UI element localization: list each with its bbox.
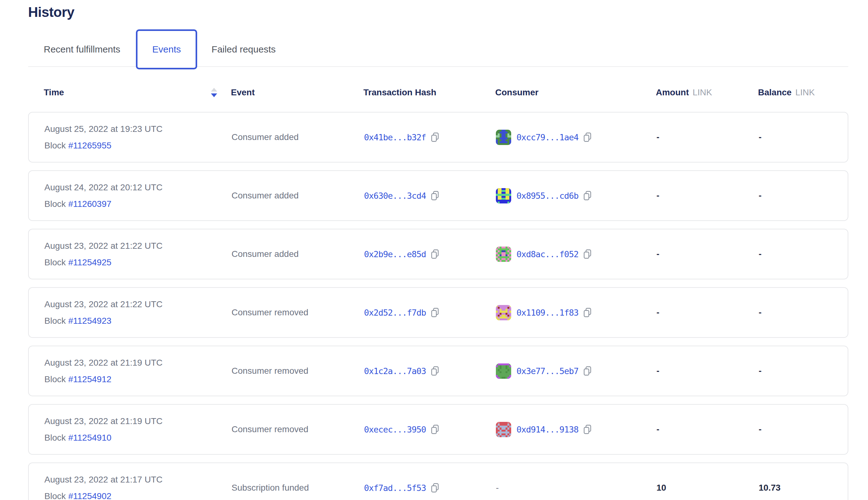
event-timestamp: August 23, 2022 at 21:19 UTC [44,416,231,427]
col-header-transaction-hash: Transaction Hash [363,88,495,98]
time-cell: August 23, 2022 at 21:17 UTC Block#11254… [44,463,231,500]
event-row: August 24, 2022 at 20:12 UTC Block#11260… [28,170,848,221]
balance-value: - [758,366,848,376]
consumer-identicon [496,188,511,203]
consumer-empty-value: - [496,483,499,493]
sort-desc-icon [211,93,217,97]
tx-hash-link[interactable]: 0x2d52...f7db [364,308,426,318]
copy-icon[interactable] [583,425,592,434]
block-link[interactable]: #11254912 [68,374,111,384]
copy-icon[interactable] [431,483,439,493]
block-link[interactable]: #11260397 [68,199,111,209]
copy-icon[interactable] [431,425,439,434]
amount-value: - [656,424,758,434]
event-row: August 23, 2022 at 21:19 UTC Block#11254… [28,404,848,455]
time-cell: August 23, 2022 at 21:22 UTC Block#11254… [44,288,231,326]
table-header-row: Time Event Transaction Hash Consumer Amo… [28,88,848,98]
tab-events[interactable]: Events [136,30,197,69]
tx-hash-cell: 0xf7ad...5f53 [364,483,496,493]
tx-hash-link[interactable]: 0x2b9e...e85d [364,249,426,259]
event-timestamp: August 23, 2022 at 21:19 UTC [44,357,231,368]
consumer-identicon [496,363,511,379]
amount-value: - [656,249,758,259]
sort-arrows-icon[interactable] [211,88,217,97]
consumer-address-link[interactable]: 0x8955...cd6b [516,191,578,201]
tx-hash-cell: 0x2b9e...e85d [364,249,496,259]
block-line: Block#11260397 [44,199,231,209]
tx-hash-link[interactable]: 0x1c2a...7a03 [364,366,426,376]
copy-icon[interactable] [583,249,592,259]
time-cell: August 24, 2022 at 20:12 UTC Block#11260… [44,171,231,209]
tab-recent-fulfillments[interactable]: Recent fulfillments [44,44,120,55]
copy-icon[interactable] [583,191,592,201]
block-label: Block [44,141,66,150]
balance-value: - [758,132,848,142]
amount-unit-label: LINK [693,88,712,98]
copy-icon[interactable] [431,366,439,376]
col-header-time: Time [44,88,231,98]
block-label: Block [44,491,66,500]
consumer-cell: - [496,483,656,493]
copy-icon[interactable] [431,308,439,318]
consumer-address-link[interactable]: 0x3e77...5eb7 [516,366,578,376]
block-line: Block#11254923 [44,316,231,326]
consumer-cell: 0xd8ac...f052 [496,247,656,262]
col-header-balance: Balance LINK [758,88,848,98]
event-timestamp: August 23, 2022 at 21:22 UTC [44,241,231,251]
consumer-address-link[interactable]: 0xd8ac...f052 [516,249,578,259]
event-rows: August 25, 2022 at 19:23 UTC Block#11265… [28,112,848,500]
amount-value: - [656,191,758,201]
block-label: Block [44,258,66,267]
event-timestamp: August 23, 2022 at 21:17 UTC [44,474,231,485]
consumer-address-link[interactable]: 0xd914...9138 [516,425,578,434]
balance-value: - [758,307,848,318]
balance-unit-label: LINK [795,88,814,98]
block-link[interactable]: #11254902 [68,491,111,500]
block-label: Block [44,199,66,209]
tab-failed-requests[interactable]: Failed requests [212,44,276,55]
tx-hash-link[interactable]: 0x630e...3cd4 [364,191,426,201]
event-type-cell: Consumer added [231,132,364,142]
consumer-address-link[interactable]: 0x1109...1f83 [516,308,578,318]
copy-icon[interactable] [431,249,439,259]
event-type-cell: Consumer added [231,191,364,201]
history-page: History Recent fulfillments Events Faile… [0,4,848,500]
consumer-cell: 0x1109...1f83 [496,305,656,320]
event-row: August 23, 2022 at 21:17 UTC Block#11254… [28,463,848,500]
time-cell: August 25, 2022 at 19:23 UTC Block#11265… [44,113,231,151]
copy-icon[interactable] [431,191,439,201]
tx-hash-link[interactable]: 0x41be...b32f [364,133,426,142]
col-header-amount: Amount LINK [656,88,758,98]
balance-value: - [758,424,848,434]
tx-hash-link[interactable]: 0xecec...3950 [364,425,426,434]
balance-value: - [758,249,848,259]
copy-icon[interactable] [431,133,439,142]
consumer-identicon [496,305,511,320]
block-label: Block [44,316,66,326]
tab-bar: Recent fulfillments Events Failed reques… [28,29,848,70]
block-line: Block#11254902 [44,491,231,500]
block-line: Block#11254912 [44,374,231,385]
consumer-address-link[interactable]: 0xcc79...1ae4 [516,133,578,142]
tx-hash-cell: 0x1c2a...7a03 [364,366,496,376]
event-type-cell: Consumer removed [231,366,364,376]
time-cell: August 23, 2022 at 21:22 UTC Block#11254… [44,229,231,268]
copy-icon[interactable] [583,366,592,376]
event-row: August 23, 2022 at 21:19 UTC Block#11254… [28,345,848,396]
block-link[interactable]: #11265955 [68,141,111,150]
block-link[interactable]: #11254923 [68,316,111,326]
consumer-cell: 0x3e77...5eb7 [496,363,656,379]
consumer-cell: 0x8955...cd6b [496,188,656,203]
block-link[interactable]: #11254910 [68,433,111,443]
block-line: Block#11254910 [44,432,231,443]
event-timestamp: August 25, 2022 at 19:23 UTC [44,124,231,134]
sort-asc-icon [211,88,217,92]
copy-icon[interactable] [583,308,592,318]
copy-icon[interactable] [583,133,592,142]
balance-value: 10.73 [758,483,848,493]
tx-hash-link[interactable]: 0xf7ad...5f53 [364,483,426,493]
block-link[interactable]: #11254925 [68,258,111,267]
col-header-consumer: Consumer [495,88,656,98]
amount-value: - [656,366,758,376]
consumer-identicon [496,247,511,262]
